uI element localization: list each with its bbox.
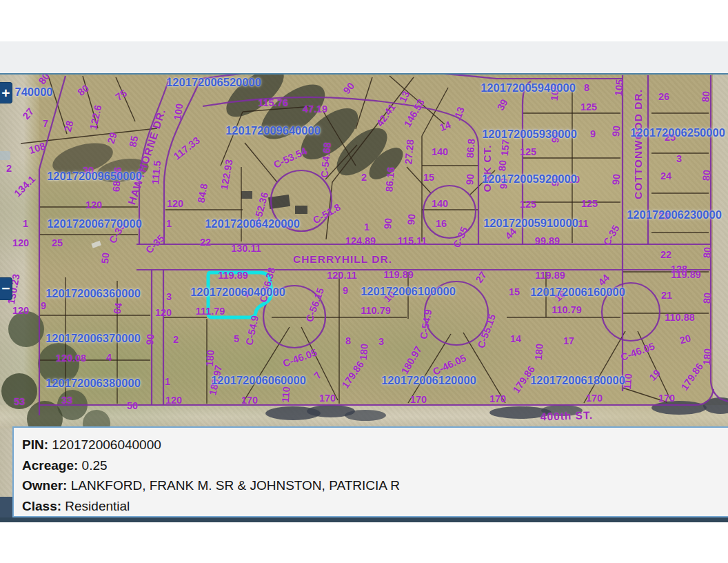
parcel-id-label[interactable]: 120172006180000 <box>530 375 625 386</box>
dimension-label: 90 <box>341 81 356 96</box>
dimension-label: 90 <box>145 333 156 345</box>
dimension-label: 25 <box>52 238 63 248</box>
dimension-label: 120 <box>165 395 182 406</box>
info-row-owner: Owner: LANKFORD, FRANK M. SR & JOHNSTON,… <box>22 475 728 496</box>
dimension-label: 111.79 <box>196 306 225 317</box>
parcel-id-label[interactable]: 120172009650000 <box>47 170 142 182</box>
dimension-label: 80 <box>701 169 712 181</box>
dimension-label: 90 <box>611 125 622 137</box>
dimension-label: 80 <box>702 246 713 258</box>
parcel-id-label[interactable]: 120172006770000 <box>47 218 142 230</box>
dimension-label: 47.19 <box>303 104 327 115</box>
street-label: HAWTHORNE DR. <box>126 107 168 206</box>
dimension-label: 50 <box>100 252 111 264</box>
acreage-value: 0.25 <box>82 458 108 473</box>
dimension-label: 140 <box>432 147 448 157</box>
dimension-label: 90 <box>465 173 476 185</box>
dimension-label: 130.11 <box>231 244 261 254</box>
parcel-id-label[interactable]: 120172005940000 <box>481 82 576 94</box>
dimension-label: C-56.15 <box>304 286 325 323</box>
dimension-label: C-51.8 <box>312 202 343 226</box>
dimension-label: 119.89 <box>218 270 248 281</box>
parcel-id-label[interactable]: 120172005930000 <box>482 128 577 140</box>
street-label: OAK CT. <box>482 145 493 192</box>
toolbar-area <box>0 41 728 74</box>
dimension-label: 120 <box>155 308 172 318</box>
parcel-id-label[interactable]: 120172006420000 <box>205 218 300 230</box>
dimension-label: 90 <box>611 173 622 185</box>
dimension-label: 170 <box>489 394 506 404</box>
dimension-label: C-54.68 <box>320 142 333 179</box>
browser-whitespace <box>0 0 728 41</box>
dimension-label: 84.8 <box>196 183 209 204</box>
dimension-label: C-54.9 <box>244 315 260 346</box>
dimension-label: .13 <box>396 90 412 106</box>
dimension-label: 99.89 <box>535 236 560 246</box>
pin-value: 120172006040000 <box>52 437 161 452</box>
dimension-label: 14 <box>438 119 452 132</box>
zoom-out-button[interactable]: − <box>0 277 12 300</box>
parcel-id-label[interactable]: 120172006120000 <box>381 375 476 386</box>
dimension-label: 90 <box>406 213 417 225</box>
parcel-id-label[interactable]: 120172006370000 <box>46 333 141 344</box>
dimension-label: 86.8 <box>465 138 477 158</box>
owner-value: LANKFORD, FRANK M. SR & JOHNSTON, PATRIC… <box>71 478 400 493</box>
dimension-label: 27 <box>21 106 35 121</box>
dimension-label: 64 <box>112 302 123 315</box>
dimension-label: C-35 <box>452 226 469 250</box>
dimension-label: C-35 <box>602 224 621 247</box>
parcel-id-label[interactable]: 740000 <box>14 86 52 98</box>
dimension-label: 75 <box>114 88 129 102</box>
class-value: Residential <box>65 499 130 513</box>
parcel-id-label[interactable]: 120172005920000 <box>482 173 577 185</box>
dimension-label: 105 <box>614 79 625 96</box>
dimension-label: 120.08 <box>56 353 86 364</box>
parcel-id-label[interactable]: 120172005910000 <box>483 217 578 229</box>
dimension-label: 110 <box>281 386 292 404</box>
dimension-label: 15 <box>509 287 520 297</box>
dimension-label: 115.11 <box>398 236 427 246</box>
dimension-label: 86.16 <box>384 166 396 192</box>
dimension-label: 122.93 <box>219 159 234 190</box>
dimension-label: 1 <box>23 219 28 229</box>
parcel-id-label[interactable]: 120172006360000 <box>46 288 141 299</box>
parcel-id-label[interactable]: 120172006380000 <box>46 377 141 389</box>
dimension-label: 140 <box>432 199 448 209</box>
dimension-label: 9 <box>41 301 46 311</box>
dimension-label: 4 <box>106 353 112 363</box>
parcel-id-label[interactable]: 120172006060000 <box>211 375 306 386</box>
dimension-label: 2 <box>361 172 367 183</box>
dimension-label: 180 <box>534 343 545 360</box>
dimension-label: 7 <box>312 370 323 381</box>
parcel-id-label[interactable]: 120172006040000 <box>190 286 285 298</box>
zoom-in-button[interactable]: + <box>0 82 12 103</box>
dimension-label: 15 <box>423 172 434 183</box>
parcel-id-label[interactable]: 120172006520000 <box>166 77 261 88</box>
dimension-label: 39 <box>496 97 510 112</box>
dimension-label: C-55.15 <box>476 313 497 349</box>
dimension-label: 119.89 <box>383 270 414 280</box>
parcel-id-label[interactable]: 120172006230000 <box>627 209 722 221</box>
parcel-id-label[interactable]: 120172006160000 <box>530 286 625 298</box>
dimension-label: 110.88 <box>665 313 695 323</box>
dimension-label: 125 <box>580 102 597 112</box>
owner-label: Owner: <box>22 478 67 493</box>
dimension-label: 85 <box>128 135 140 148</box>
dimension-label: 33 <box>61 395 72 406</box>
parcel-id-label[interactable]: 120172006250000 <box>630 127 725 139</box>
dimension-label: 24 <box>660 171 671 181</box>
dimension-label: C-54.9 <box>418 308 434 339</box>
acreage-label: Acreage: <box>22 458 78 473</box>
dimension-label: C-46.05 <box>281 347 318 368</box>
dimension-label: 53 <box>14 397 25 407</box>
parcel-id-label[interactable]: 120172009640000 <box>225 125 321 137</box>
zoom-slider-fragment[interactable] <box>0 151 10 160</box>
dimension-label: 119.89 <box>535 270 565 281</box>
class-label: Class: <box>22 499 61 513</box>
dimension-label: 170 <box>586 393 603 404</box>
dimension-label: 124.89 <box>345 236 376 246</box>
dimension-label: .13 <box>452 106 467 122</box>
dimension-label: C-46.05 <box>619 341 656 362</box>
parcel-id-label[interactable]: 120172006100000 <box>361 286 456 297</box>
dimension-label: 80 <box>497 159 508 171</box>
